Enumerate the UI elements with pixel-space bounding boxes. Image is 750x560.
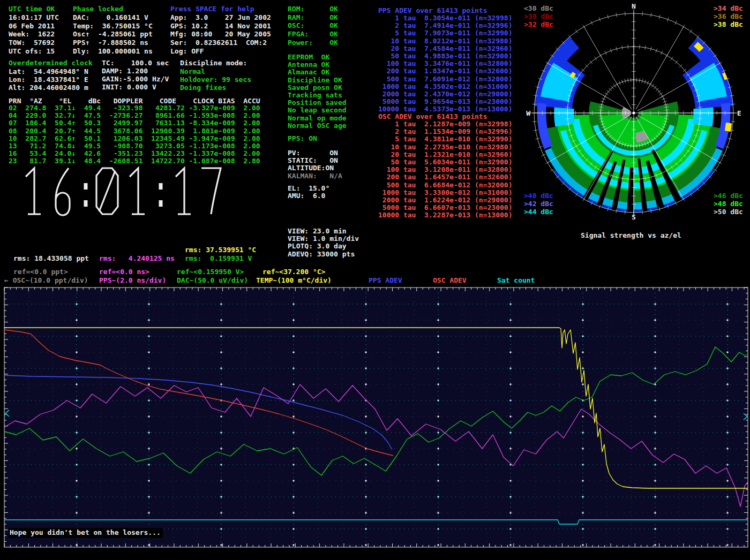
kalman-state: KALMAN: N/A <box>288 172 342 180</box>
svg-text:E: E <box>737 109 741 117</box>
svg-text:S: S <box>632 213 636 221</box>
position-lines: Lat: 54.4964948° N Lon: 18.4337841° E Al… <box>9 67 88 92</box>
phase-status-lines: DAC: 0.160141 V Temp: 36.750015 °C Osc↑ … <box>73 13 153 56</box>
legend-gt36dbc: >36 dBc <box>714 12 743 21</box>
legend-lt30dbc: <30 dBc <box>524 4 553 13</box>
version-lines: App: 3.0 27 Jun 2002 GPS: 10.2 14 Nov 20… <box>170 13 271 56</box>
el-amu-lines: EL: 15.0° AMU: 6.0 <box>288 185 329 200</box>
plot-area[interactable] <box>0 284 750 560</box>
svg-text:N: N <box>632 2 636 10</box>
ref-temp: ref~<37.200 °C> <box>262 268 325 276</box>
status-message: Hope you didn't bet on the losers... <box>9 528 163 538</box>
utc-status-title: UTC time OK <box>9 5 55 13</box>
lady-heather-screen: UTC time OK 16:01:17 UTC 06 Feb 2011 Wee… <box>0 0 750 560</box>
rms-dac: rms: 0.159931 V <box>185 254 252 263</box>
rms-pps: rms: 4.240125 ns <box>99 254 175 263</box>
receiver-status-lines: EEPROM OK Antenna OK Almanac OK Discipli… <box>288 54 347 130</box>
legend-gt50dbc: >50 dBc <box>714 208 743 216</box>
loop-param-lines: TC: 100.0 sec DAMP: 1.200 GAIN:-5.000 Hz… <box>102 59 169 91</box>
osc-adev-rows: 1 tau 2.1287e-009 (n=32998) 2 tau 1.1534… <box>378 120 512 220</box>
position-title: Overdetermined clock <box>9 59 93 67</box>
help-prompt: Press SPACE for help <box>170 5 254 13</box>
sat-table-rows: 02 274.8 37.1↓ 49.4 -323.98 4281.72 -3.3… <box>9 104 260 165</box>
digital-clock <box>15 165 267 218</box>
discipline-title: Discipline mode: <box>180 59 247 67</box>
ref-dac: ref~<0.159950 V> <box>177 268 244 276</box>
rms-osc: rms: 18.433058 ppt <box>13 254 89 263</box>
legend-gt30dbc: >30 dBc <box>524 12 553 21</box>
discipline-lines: Normal Holdover: 99 secs Doing fixes <box>180 67 251 92</box>
fix-mode-lines: PV: ON STATIC: ON ALTITUDE:ON <box>288 149 338 172</box>
legend-gt38dbc: >38 dBc <box>714 20 743 29</box>
ref-osc: ref=<0.0 ppt> <box>13 268 68 276</box>
device-status-lines: ROM: OK RAM: OK OSC: OK FPGA: OK Power: … <box>288 5 338 47</box>
legend-gt46dbc: >46 dBc <box>714 192 743 200</box>
legend-gt44dbc: >44 dBc <box>524 208 553 216</box>
pps-adev-rows: 1 tau 8.3054e-011 (n=32998) 2 tau 7.4914… <box>378 14 512 113</box>
pps-state: PPS: ON <box>288 134 317 143</box>
view-settings-lines: VIEW: 23.0 min VIEW: 1.0 min/div PLOTQ: … <box>288 228 359 258</box>
rms-temp: rms: 37.539951 °C <box>185 246 256 254</box>
azel-caption: Signal strength vs az/el <box>581 231 681 240</box>
phase-status-title: Phase locked <box>73 5 123 13</box>
utc-status-lines: 16:01:17 UTC 06 Feb 2011 Week: 1622 TOW:… <box>9 13 59 56</box>
legend-gt34dbc: >34 dBc <box>714 4 743 13</box>
legend-gt40dbc: >40 dBc <box>524 192 553 200</box>
legend-gt42dbc: >42 dBc <box>524 200 553 208</box>
legend-gt32dbc: >32 dBc <box>524 20 553 29</box>
legend-gt48dbc: >48 dBc <box>714 200 743 208</box>
ref-pps: ref=<0.0 ns> <box>99 268 149 276</box>
svg-text:W: W <box>526 109 530 117</box>
